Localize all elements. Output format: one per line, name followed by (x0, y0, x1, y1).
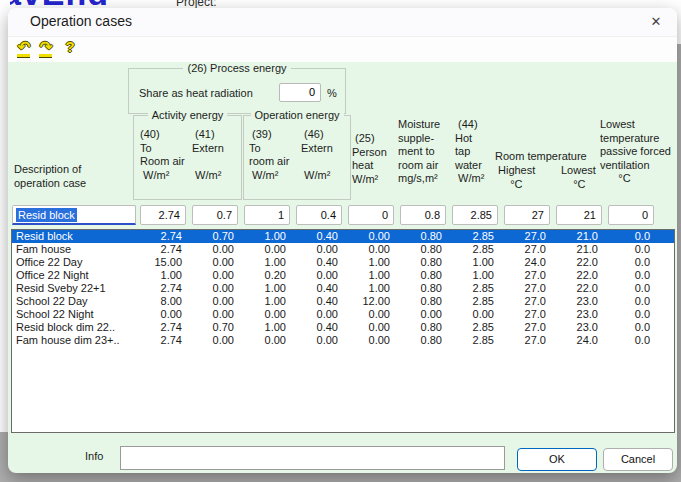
row-value-cell: 0.00 (349, 334, 401, 347)
row-value-cell: 0.00 (193, 282, 245, 295)
activity-to-room-header: (40) To Room air W/m² (140, 128, 185, 182)
info-input[interactable] (120, 446, 505, 470)
hot-tap-water-header: (44) Hot tap water W/m² (455, 118, 484, 186)
row-value-cell: 0.00 (401, 308, 453, 321)
row-name-cell: School 22 Night (12, 308, 141, 321)
row-value-cell: 1.00 (453, 256, 505, 269)
row-value-cell: 15.00 (141, 256, 193, 269)
edit-activity-extern[interactable]: 0.7 (192, 205, 238, 225)
case-list[interactable]: Resid block2.740.701.000.400.000.802.852… (11, 229, 675, 433)
list-row[interactable]: Resid Sveby 22+12.740.001.000.401.000.80… (12, 282, 674, 295)
edit-moisture-supplement[interactable]: 0.8 (400, 205, 446, 225)
help-icon[interactable]: ? (60, 38, 80, 58)
row-value-cell: 0.00 (297, 269, 349, 282)
list-row[interactable]: School 22 Night0.000.000.000.000.000.000… (12, 308, 674, 321)
row-value-cell: 0.00 (349, 321, 401, 334)
activity-energy-group: Activity energy (40) To Room air W/m² (4… (133, 115, 242, 200)
edit-hot-tap-water[interactable]: 2.85 (452, 205, 498, 225)
cancel-button[interactable]: Cancel (603, 448, 673, 471)
undo-icon[interactable]: ↶ (14, 38, 34, 58)
row-value-cell: 1.00 (141, 269, 193, 282)
row-value-cell: 0.00 (193, 243, 245, 256)
row-value-cell: 27.0 (505, 243, 557, 256)
list-row[interactable]: School 22 Day8.000.001.000.4012.000.802.… (12, 295, 674, 308)
row-value-cell: 1.00 (453, 269, 505, 282)
row-value-cell: 0.20 (245, 269, 297, 282)
row-value-cell: 0.00 (193, 256, 245, 269)
row-value-cell: 1.00 (349, 282, 401, 295)
row-value-cell: 0.70 (193, 321, 245, 334)
list-row[interactable]: Fam house2.740.000.000.000.000.802.8527.… (12, 243, 674, 256)
edit-temp-highest[interactable]: 27 (504, 205, 550, 225)
list-row[interactable]: Office 22 Day15.000.001.000.401.000.801.… (12, 256, 674, 269)
list-row[interactable]: Office 22 Night1.000.000.200.001.000.801… (12, 269, 674, 282)
row-value-cell: 0.00 (349, 230, 401, 243)
row-value-cell: 23.0 (557, 321, 609, 334)
row-value-cell: 0.40 (297, 282, 349, 295)
row-value-cell: 23.0 (557, 308, 609, 321)
case-name-input[interactable]: Resid block (12, 205, 136, 225)
row-value-cell: 0.0 (609, 230, 661, 243)
close-icon[interactable]: ✕ (645, 12, 667, 32)
row-value-cell: 1.00 (245, 295, 297, 308)
list-row[interactable]: Resid block2.740.701.000.400.000.802.852… (12, 230, 674, 243)
row-name-cell: Fam house (12, 243, 141, 256)
row-value-cell: 0.00 (193, 295, 245, 308)
process-energy-group: (26) Process energy Share as heat radiat… (128, 68, 346, 114)
row-value-cell: 2.85 (453, 282, 505, 295)
share-heat-radiation-input[interactable]: 0 (279, 83, 321, 102)
row-value-cell: 0.0 (609, 269, 661, 282)
row-value-cell: 0.0 (609, 282, 661, 295)
row-value-cell: 0.00 (453, 308, 505, 321)
row-value-cell: 27.0 (505, 269, 557, 282)
ok-button[interactable]: OK (517, 448, 597, 471)
row-value-cell: 2.85 (453, 334, 505, 347)
row-value-cell: 0.0 (609, 308, 661, 321)
info-label: Info (85, 450, 103, 462)
row-value-cell: 0.0 (609, 243, 661, 256)
row-value-cell: 2.85 (453, 295, 505, 308)
edit-operation-extern[interactable]: 0.4 (296, 205, 342, 225)
list-row[interactable]: Fam house dim 23+..2.740.000.000.000.000… (12, 334, 674, 347)
row-value-cell: 27.0 (505, 295, 557, 308)
edit-person-heat[interactable]: 0 (348, 205, 394, 225)
row-value-cell: 24.0 (557, 334, 609, 347)
row-value-cell: 27.0 (505, 282, 557, 295)
row-value-cell: 1.00 (245, 230, 297, 243)
row-value-cell: 1.00 (245, 321, 297, 334)
row-name-cell: Resid block dim 22.. (12, 321, 141, 334)
edit-vent-temp[interactable]: 0 (608, 205, 654, 225)
row-value-cell: 0.80 (401, 269, 453, 282)
list-row[interactable]: Resid block dim 22..2.740.701.000.400.00… (12, 321, 674, 334)
row-value-cell: 0.80 (401, 243, 453, 256)
share-heat-radiation-label: Share as heat radiation (139, 87, 253, 99)
row-value-cell: 23.0 (557, 295, 609, 308)
row-value-cell: 22.0 (557, 256, 609, 269)
row-value-cell: 0.80 (401, 230, 453, 243)
toolbar: ↶ ↷ ? (8, 37, 677, 62)
operation-energy-legend: Operation energy (244, 109, 350, 121)
row-name-cell: Resid Sveby 22+1 (12, 282, 141, 295)
row-value-cell: 21.0 (557, 243, 609, 256)
row-value-cell: 1.00 (349, 269, 401, 282)
room-temperature-header: Room temperature (495, 150, 587, 162)
edit-operation-to-room[interactable]: 1 (244, 205, 290, 225)
operation-cases-dialog: Operation cases ✕ ↶ ↷ ? (26) Process ene… (8, 8, 677, 473)
row-value-cell: 0.70 (193, 230, 245, 243)
row-value-cell: 0.00 (141, 308, 193, 321)
row-value-cell: 8.00 (141, 295, 193, 308)
edit-activity-to-room[interactable]: 2.74 (140, 205, 186, 225)
row-value-cell: 0.0 (609, 295, 661, 308)
row-value-cell: 1.00 (245, 256, 297, 269)
row-value-cell: 0.00 (297, 334, 349, 347)
person-heat-header: (25) Person heat W/m² (352, 132, 387, 186)
row-value-cell: 0.40 (297, 230, 349, 243)
row-value-cell: 0.40 (297, 256, 349, 269)
moisture-supplement-header: Moisture supple- ment to room air mg/s,m… (398, 118, 440, 186)
row-value-cell: 1.00 (245, 282, 297, 295)
row-value-cell: 0.0 (609, 334, 661, 347)
activity-extern-header: (41) Extern W/m² (192, 128, 224, 182)
redo-icon[interactable]: ↷ (36, 38, 56, 58)
edit-temp-lowest[interactable]: 21 (556, 205, 602, 225)
process-energy-legend: (26) Process energy (129, 62, 345, 74)
